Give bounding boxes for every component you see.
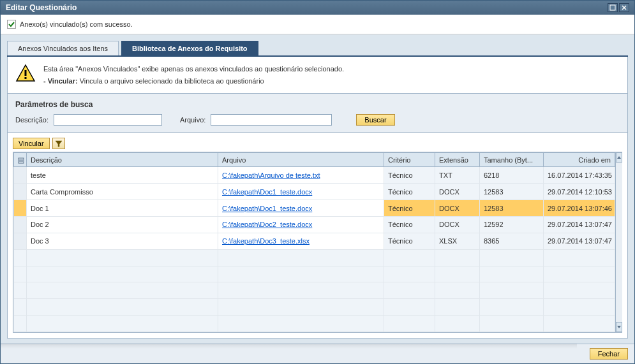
- col-header-descricao[interactable]: Descrição: [27, 153, 218, 167]
- label-descricao: Descrição:: [15, 116, 49, 124]
- cell-descricao: teste: [27, 167, 218, 184]
- table-row[interactable]: testeC:\fakepath\Arquivo de teste.txtTéc…: [14, 167, 615, 184]
- file-link[interactable]: C:\fakepath\Arquivo de teste.txt: [222, 171, 320, 179]
- cell-criado: 16.07.2014 17:43:35: [544, 167, 615, 184]
- table-body: testeC:\fakepath\Arquivo de teste.txtTéc…: [14, 167, 615, 332]
- close-icon: [621, 4, 627, 11]
- cell-extensao: DOCX: [435, 216, 480, 233]
- filter-button[interactable]: [52, 138, 65, 149]
- table-row[interactable]: Doc 2C:\fakepath\Doc2_teste.docxTécnicoD…: [14, 216, 615, 233]
- svg-rect-5: [25, 77, 27, 79]
- dialog-window: Editar Questionário Anexo(s) vinculado(s…: [0, 0, 635, 364]
- svg-rect-0: [610, 5, 615, 10]
- cell-descricao: Doc 1: [27, 200, 218, 217]
- table-row-empty: [14, 249, 615, 266]
- cell-criterio: Técnico: [384, 184, 435, 200]
- tab-bar: Anexos Vinculados aos Itens Biblioteca d…: [7, 41, 628, 57]
- window-title: Editar Questionário: [6, 3, 77, 12]
- dialog-footer: Fechar: [1, 344, 634, 363]
- cell-tamanho: 12583: [480, 200, 544, 217]
- success-message: Anexo(s) vinculado(s) com sucesso.: [1, 15, 634, 34]
- table-row-empty: [14, 282, 615, 299]
- input-arquivo[interactable]: [211, 114, 332, 126]
- cell-descricao: Doc 2: [27, 216, 218, 233]
- file-link[interactable]: C:\fakepath\Doc1_teste.docx: [222, 205, 312, 212]
- cell-arquivo: C:\fakepath\Doc3_teste.xlsx: [218, 233, 384, 249]
- cell-extensao: TXT: [435, 167, 480, 184]
- table-row[interactable]: Carta CompromissoC:\fakepath\Doc1_teste.…: [14, 184, 615, 200]
- cell-criterio: Técnico: [384, 216, 435, 233]
- cell-arquivo: C:\fakepath\Arquivo de teste.txt: [218, 167, 384, 184]
- table-section: Vincular: [7, 133, 628, 339]
- table-row[interactable]: Doc 3C:\fakepath\Doc3_teste.xlsxTécnicoX…: [14, 233, 615, 249]
- tab-linked-attachments[interactable]: Anexos Vinculados aos Itens: [7, 41, 119, 55]
- row-selector[interactable]: [14, 200, 27, 217]
- cell-criado: 29.07.2014 13:07:47: [544, 216, 615, 233]
- row-selector[interactable]: [14, 167, 27, 184]
- filter-icon: [55, 140, 63, 147]
- minimize-button[interactable]: [608, 3, 618, 12]
- cell-criterio: Técnico: [384, 167, 435, 184]
- search-title: Parâmetros de busca: [15, 100, 620, 109]
- cell-arquivo: C:\fakepath\Doc1_teste.docx: [218, 184, 384, 200]
- cell-descricao: Carta Compromisso: [27, 184, 218, 200]
- table-menu-icon: [18, 157, 24, 164]
- col-header-criterio[interactable]: Critério: [384, 153, 435, 167]
- info-line2-text: Vincula o arquivo selecionado da bibliot…: [80, 77, 264, 85]
- info-line2: - Vincular: Vincula o arquivo selecionad…: [43, 75, 344, 87]
- col-header-extensao[interactable]: Extensão: [435, 153, 480, 167]
- cell-extensao: XLSX: [435, 233, 480, 249]
- col-header-selector[interactable]: [14, 153, 27, 167]
- buscar-button[interactable]: Buscar: [356, 114, 394, 126]
- search-row: Descrição: Arquivo: Buscar: [15, 114, 620, 126]
- file-link[interactable]: C:\fakepath\Doc1_teste.docx: [222, 188, 312, 196]
- checkmark-icon: [7, 20, 16, 29]
- table-row[interactable]: Doc 1C:\fakepath\Doc1_teste.docxTécnicoD…: [14, 200, 615, 217]
- table-row-empty: [14, 266, 615, 282]
- table-wrapper: Descrição Arquivo Critério Extensão Tama…: [13, 152, 622, 333]
- input-descricao[interactable]: [54, 114, 162, 126]
- file-link[interactable]: C:\fakepath\Doc3_teste.xlsx: [222, 237, 310, 245]
- fechar-button[interactable]: Fechar: [590, 348, 628, 360]
- attachments-table: Descrição Arquivo Critério Extensão Tama…: [13, 152, 615, 332]
- cell-extensao: DOCX: [435, 184, 480, 200]
- cell-arquivo: C:\fakepath\Doc1_teste.docx: [218, 200, 384, 217]
- main-content: Anexos Vinculados aos Itens Biblioteca d…: [1, 34, 634, 344]
- cell-criterio: Técnico: [384, 200, 435, 217]
- info-panel: Esta área "Anexos Vinculados" exibe apen…: [7, 57, 628, 94]
- cell-criado: 29.07.2014 13:07:47: [544, 233, 615, 249]
- col-header-tamanho[interactable]: Tamanho (Byt...: [480, 153, 544, 167]
- svg-marker-10: [617, 156, 621, 159]
- vincular-button[interactable]: Vincular: [13, 138, 50, 149]
- file-link[interactable]: C:\fakepath\Doc2_teste.docx: [222, 221, 312, 228]
- table-row-empty: [14, 299, 615, 316]
- vertical-scrollbar[interactable]: [615, 152, 622, 332]
- window-controls: [608, 3, 629, 12]
- cell-criterio: Técnico: [384, 233, 435, 249]
- tab-attachment-library[interactable]: Biblioteca de Anexos do Requisito: [121, 41, 258, 55]
- label-arquivo: Arquivo:: [180, 116, 205, 124]
- chevron-up-icon: [616, 155, 622, 160]
- minimize-icon: [609, 4, 616, 11]
- col-header-arquivo[interactable]: Arquivo: [218, 153, 384, 167]
- cell-tamanho: 12592: [480, 216, 544, 233]
- svg-marker-6: [56, 141, 62, 147]
- svg-rect-7: [19, 158, 24, 163]
- cell-tamanho: 6218: [480, 167, 544, 184]
- scroll-down-button[interactable]: [616, 322, 622, 332]
- close-button[interactable]: [619, 3, 629, 12]
- scroll-up-button[interactable]: [616, 152, 622, 163]
- table-toolbar: Vincular: [13, 138, 622, 149]
- table-row-empty: [14, 316, 615, 332]
- message-text: Anexo(s) vinculado(s) com sucesso.: [20, 20, 133, 28]
- row-selector[interactable]: [14, 184, 27, 200]
- cell-tamanho: 12583: [480, 184, 544, 200]
- cell-arquivo: C:\fakepath\Doc2_teste.docx: [218, 216, 384, 233]
- col-header-criado[interactable]: Criado em: [544, 153, 615, 167]
- row-selector[interactable]: [14, 233, 27, 249]
- row-selector[interactable]: [14, 216, 27, 233]
- content-area: Anexo(s) vinculado(s) com sucesso. Anexo…: [1, 15, 634, 363]
- cell-tamanho: 8365: [480, 233, 544, 249]
- table-header-row: Descrição Arquivo Critério Extensão Tama…: [14, 153, 615, 167]
- cell-criado: 29.07.2014 13:07:46: [544, 200, 615, 217]
